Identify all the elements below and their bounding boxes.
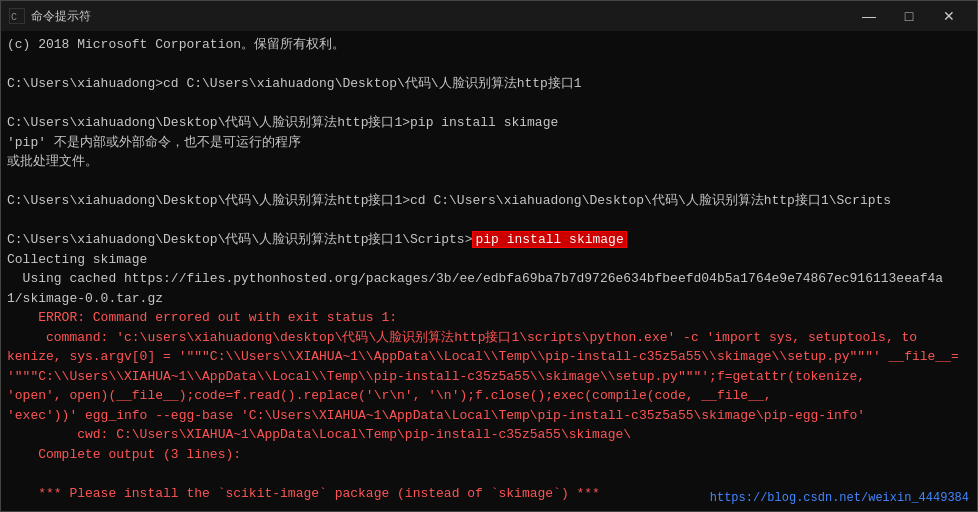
line-10 [7,211,971,231]
url-watermark: https://blog.csdn.net/weixin_4449384 [710,489,969,507]
window-controls: — □ ✕ [849,2,969,30]
line-3: C:\Users\xiahuadong>cd C:\Users\xiahuado… [7,74,971,94]
window: C 命令提示符 — □ ✕ (c) 2018 Microsoft Corpora… [0,0,978,512]
line-21: cwd: C:\Users\XIAHUA~1\AppData\Local\Tem… [7,425,971,445]
title-bar-left: C 命令提示符 [9,8,91,25]
minimize-button[interactable]: — [849,2,889,30]
line-11: C:\Users\xiahuadong\Desktop\代码\人脸识别算法htt… [7,230,971,250]
line-1: (c) 2018 Microsoft Corporation。保留所有权利。 [7,35,971,55]
terminal-body[interactable]: (c) 2018 Microsoft Corporation。保留所有权利。 C… [1,31,977,511]
line-22: Complete output (3 lines): [7,445,971,465]
line-13: Using cached https://files.pythonhosted.… [7,269,971,289]
line-17: kenize, sys.argv[0] = '"""C:\\Users\\XIA… [7,347,971,367]
title-bar: C 命令提示符 — □ ✕ [1,1,977,31]
line-18: '"""C:\\Users\\XIAHUA~1\\AppData\\Local\… [7,367,971,387]
line-9: C:\Users\xiahuadong\Desktop\代码\人脸识别算法htt… [7,191,971,211]
window-title: 命令提示符 [31,8,91,25]
svg-text:C: C [11,12,17,23]
maximize-button[interactable]: □ [889,2,929,30]
line-15: ERROR: Command errored out with exit sta… [7,308,971,328]
line-6: 'pip' 不是内部或外部命令，也不是可运行的程序 [7,133,971,153]
line-16: command: 'c:\users\xiahuadong\desktop\代码… [7,328,971,348]
highlight-command: pip install skimage [472,231,626,248]
line-14: 1/skimage-0.0.tar.gz [7,289,971,309]
line-20: 'exec'))' egg_info --egg-base 'C:\Users\… [7,406,971,426]
line-23 [7,464,971,484]
line-19: 'open', open)(__file__);code=f.read().re… [7,386,971,406]
line-5: C:\Users\xiahuadong\Desktop\代码\人脸识别算法htt… [7,113,971,133]
line-12: Collecting skimage [7,250,971,270]
line-7: 或批处理文件。 [7,152,971,172]
line-4 [7,94,971,114]
cmd-icon: C [9,8,25,24]
line-2 [7,55,971,75]
close-button[interactable]: ✕ [929,2,969,30]
line-8 [7,172,971,192]
